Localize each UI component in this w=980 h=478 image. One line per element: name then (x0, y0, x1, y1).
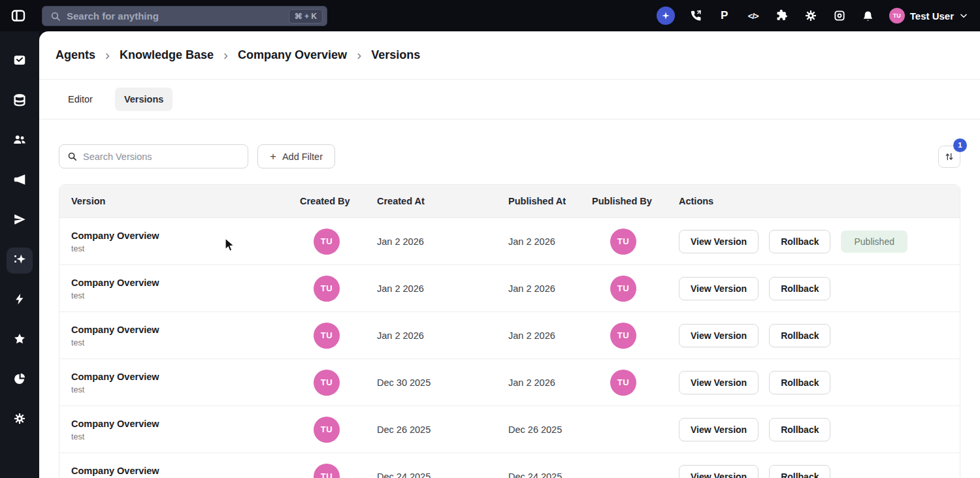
rollback-button[interactable]: Rollback (769, 277, 830, 300)
global-search-input[interactable]: Search for anything ⌘ + K (42, 6, 327, 26)
published-at-cell: Jan 2 2026 (508, 283, 555, 294)
column-created-by: Created By (300, 196, 350, 206)
actions-cell: View Version Rollback (679, 418, 830, 441)
rollback-button[interactable]: Rollback (769, 230, 830, 253)
users-icon (12, 133, 27, 150)
breadcrumb-agents[interactable]: Agents (56, 48, 95, 62)
created-at-cell: Jan 2 2026 (377, 236, 424, 247)
code-icon[interactable]: </> (745, 8, 761, 24)
plus-icon: + (270, 150, 276, 163)
published-by-avatar: TU (610, 323, 636, 349)
sidebar-item-settings[interactable] (7, 407, 33, 433)
created-by-cell: TU (314, 323, 340, 349)
breadcrumb-versions[interactable]: Versions (371, 48, 420, 62)
inbox-icon (12, 53, 27, 70)
p-badge-icon[interactable]: P (717, 8, 732, 24)
chip-icon[interactable] (832, 8, 847, 24)
created-at-cell: Dec 24 2025 (377, 471, 431, 478)
breadcrumb-knowledge-base[interactable]: Knowledge Base (120, 48, 214, 62)
view-version-button[interactable]: View Version (679, 230, 759, 253)
breadcrumb-separator: › (105, 48, 110, 61)
version-title: Company Overview (71, 465, 159, 475)
phone-call-icon[interactable] (688, 8, 704, 24)
view-version-button[interactable]: View Version (679, 324, 759, 347)
rollback-button[interactable]: Rollback (769, 324, 830, 347)
created-by-cell: TU (314, 229, 340, 255)
breadcrumb-company-overview[interactable]: Company Overview (238, 48, 347, 62)
version-cell: Company Overview test (71, 277, 159, 300)
bell-icon[interactable] (860, 8, 876, 24)
view-version-button[interactable]: View Version (679, 371, 759, 394)
version-subtitle: test (71, 432, 159, 441)
sidebar-item-inbox[interactable] (7, 48, 33, 74)
version-title: Company Overview (71, 324, 159, 334)
search-icon (50, 11, 61, 22)
sparkles-icon (12, 252, 27, 269)
column-published-by: Published By (592, 196, 652, 206)
rollback-button[interactable]: Rollback (769, 418, 830, 441)
published-at-cell: Dec 26 2025 (508, 424, 562, 435)
sidebar-toggle-icon[interactable] (10, 7, 27, 24)
gear-icon (13, 412, 26, 428)
puzzle-icon[interactable] (774, 8, 790, 24)
version-subtitle: test (71, 291, 159, 300)
table-body: Company Overview test TU Jan 2 2026 Jan … (59, 217, 960, 478)
user-menu[interactable]: TU Test User (889, 8, 968, 24)
view-version-button[interactable]: View Version (679, 418, 759, 441)
version-cell: Company Overview test (71, 418, 159, 441)
version-cell: Company Overview test (71, 371, 159, 394)
column-created-at: Created At (377, 196, 425, 206)
main-content: Agents › Knowledge Base › Company Overvi… (39, 31, 980, 478)
gear-icon[interactable] (803, 8, 819, 24)
topbar-actions: P </> TU Test User (657, 0, 968, 31)
created-by-avatar: TU (314, 229, 340, 255)
rollback-button[interactable]: Rollback (769, 371, 830, 394)
sidebar-item-database[interactable] (7, 88, 33, 114)
created-by-cell: TU (314, 464, 340, 478)
send-icon (12, 212, 27, 229)
table-row: Company Overview test TU Jan 2 2026 Jan … (59, 311, 960, 358)
search-shortcut-badge: ⌘ + K (289, 9, 323, 24)
rollback-button[interactable]: Rollback (769, 465, 830, 478)
table-header: Version Created By Created At Published … (59, 185, 960, 217)
tab-versions[interactable]: Versions (115, 88, 172, 111)
version-title: Company Overview (71, 418, 159, 428)
sidebar-item-users[interactable] (7, 128, 33, 154)
breadcrumb-separator: › (223, 48, 228, 61)
add-filter-button[interactable]: + Add Filter (257, 144, 335, 168)
created-by-avatar: TU (314, 370, 340, 396)
database-icon (12, 93, 27, 110)
version-cell: Company Overview test (71, 324, 159, 347)
tab-editor[interactable]: Editor (59, 88, 102, 111)
version-subtitle: test (71, 244, 159, 253)
published-by-cell: TU (610, 370, 636, 396)
created-by-avatar: TU (314, 464, 340, 478)
created-by-cell: TU (314, 417, 340, 443)
chevron-down-icon (959, 11, 968, 20)
sidebar-item-megaphone[interactable] (7, 168, 33, 194)
published-at-cell: Jan 2 2026 (508, 236, 555, 247)
search-versions-field[interactable] (83, 151, 240, 162)
sidebar-item-agents[interactable] (7, 247, 33, 274)
created-at-cell: Jan 2 2026 (377, 330, 424, 341)
table-controls: + Add Filter 1 (59, 144, 960, 168)
search-versions-input[interactable] (59, 144, 248, 168)
left-sidebar (0, 31, 39, 478)
sidebar-item-send[interactable] (7, 208, 33, 234)
ai-sparkle-icon[interactable] (657, 7, 675, 25)
created-by-cell: TU (314, 370, 340, 396)
view-version-button[interactable]: View Version (679, 465, 759, 478)
view-version-button[interactable]: View Version (679, 277, 759, 300)
version-title: Company Overview (71, 277, 159, 287)
version-cell: Company Overview test (71, 230, 159, 253)
sidebar-item-favorites[interactable] (7, 327, 33, 353)
sort-count-badge: 1 (953, 138, 967, 152)
created-at-cell: Jan 2 2026 (377, 283, 424, 294)
sidebar-item-automations[interactable] (7, 287, 33, 313)
version-title: Company Overview (71, 371, 159, 381)
actions-cell: View Version Rollback Published (679, 230, 907, 253)
top-bar: Search for anything ⌘ + K P </> TU Tes (0, 0, 980, 31)
sidebar-item-reports[interactable] (7, 367, 33, 393)
published-badge: Published (841, 231, 907, 253)
column-published-at: Published At (508, 196, 566, 206)
